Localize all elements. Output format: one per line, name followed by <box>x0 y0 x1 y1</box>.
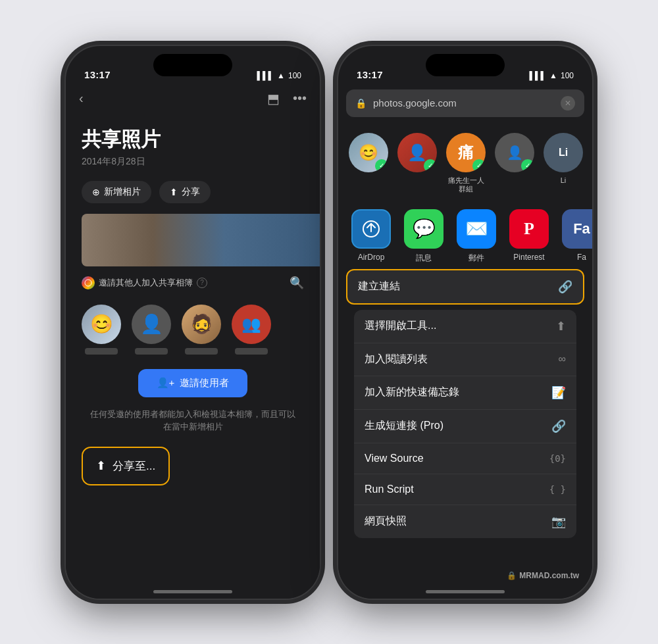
invite-text: 邀請其他人加入共享相簿 <box>99 277 193 289</box>
menu-item-run-script[interactable]: Run Script { } <box>354 474 576 505</box>
title-area: 共享照片 2014年8月28日 <box>66 113 320 170</box>
messages-icon[interactable]: 💬 <box>404 209 443 249</box>
snapshot-label: 網頁快照 <box>365 514 407 528</box>
invite-header: 邀請其他人加入共享相簿 ? 🔍 <box>82 276 304 290</box>
fa-item: Fa Fa <box>562 209 592 264</box>
more-icon[interactable]: ••• <box>293 91 307 107</box>
avatar-item-2: 👤 <box>132 305 171 355</box>
phone-2: 13:17 ▌▌▌ ▲ 100 🔒 photos.google.com ✕ 😊 … <box>337 45 594 600</box>
phone-1: 13:17 ▌▌▌ ▲ 100 ‹ ⬒ ••• 共享照片 2014年8月28日 … <box>64 45 321 600</box>
dynamic-island-2 <box>426 54 505 76</box>
pinterest-label: Pinterest <box>513 253 544 262</box>
contact-badge-3: ✓ <box>472 159 486 172</box>
short-link-label: 生成短連接 (Pro) <box>365 419 443 433</box>
avatar-4: 👥 <box>232 305 271 344</box>
messages-item: 💬 訊息 <box>404 209 443 264</box>
wifi-icon: ▲ <box>277 71 285 80</box>
avatar-3: 🧔 <box>182 305 221 344</box>
messages-label: 訊息 <box>416 253 432 264</box>
menu-item-short-link[interactable]: 生成短連接 (Pro) 🔗 <box>354 410 576 443</box>
reading-list-label: 加入閱讀列表 <box>365 353 428 366</box>
nav-bar-1: ‹ ⬒ ••• <box>66 84 320 113</box>
url-bar: 🔒 photos.google.com ✕ <box>346 89 584 117</box>
battery-icon-2: 100 <box>561 71 574 80</box>
run-script-label: Run Script <box>365 483 414 495</box>
menu-wrapper: 建立連結 🔗 選擇開啟工具... ⬆ 加入閱讀列表 ∞ 加入新的快速備忘錄 📝 <box>346 269 584 538</box>
contact-avatar-5[interactable]: Li <box>544 133 583 172</box>
add-photo-label: 新增相片 <box>104 186 141 198</box>
status-icons-1: ▌▌▌ ▲ 100 <box>257 71 301 80</box>
open-tool-icon: ⬆ <box>556 319 566 334</box>
reading-list-icon: ∞ <box>559 353 566 365</box>
avatar-item-1: 😊 <box>82 305 121 355</box>
share-button[interactable]: ⬆ 分享 <box>159 181 211 203</box>
invite-user-label: 邀請使用者 <box>180 377 229 389</box>
signal-icon-2: ▌▌▌ <box>530 71 547 80</box>
pinterest-icon[interactable]: P <box>509 209 549 249</box>
menu-item-quick-note[interactable]: 加入新的快速備忘錄 📝 <box>354 376 576 409</box>
contact-name-3: 痛先生一人群組 <box>446 176 486 193</box>
search-icon[interactable]: 🔍 <box>290 276 304 290</box>
add-photo-button[interactable]: ⊕ 新增相片 <box>82 181 151 203</box>
signal-icon: ▌▌▌ <box>257 71 274 80</box>
fa-label: Fa <box>577 253 586 262</box>
avatar-name-2 <box>135 348 168 355</box>
quick-note-label: 加入新的快速備忘錄 <box>365 385 459 399</box>
snapshot-icon: 📷 <box>551 514 566 529</box>
link-icon: 🔗 <box>558 280 572 294</box>
contact-item-4: 👤 ✓ <box>495 133 534 193</box>
contact-avatar-4[interactable]: 👤 ✓ <box>495 133 534 172</box>
contact-avatar-3[interactable]: 痛 ✓ <box>446 133 486 172</box>
avatars-row: 😊 👤 🧔 👥 <box>66 295 320 364</box>
share-bottom-label: 分享至... <box>113 458 155 474</box>
short-link-icon: 🔗 <box>551 419 566 433</box>
contact-avatar-2[interactable]: 👤 ✓ <box>397 133 437 172</box>
share-bottom-icon: ⬆ <box>96 458 106 473</box>
share-bottom-button[interactable]: ⬆ 分享至... <box>82 447 170 485</box>
menu-item-snapshot[interactable]: 網頁快照 📷 <box>354 505 576 538</box>
avatar-name-4 <box>235 348 268 355</box>
page-date: 2014年8月28日 <box>82 156 304 168</box>
status-time-2: 13:17 <box>357 69 383 80</box>
invite-section: 邀請其他人加入共享相簿 ? 🔍 <box>66 266 320 295</box>
menu-item-reading-list[interactable]: 加入閱讀列表 ∞ <box>354 343 576 376</box>
status-time-1: 13:17 <box>84 69 111 80</box>
view-source-icon: {0} <box>549 453 566 464</box>
nav-actions: ⬒ ••• <box>267 91 307 107</box>
avatar-1: 😊 <box>82 305 121 344</box>
google-photos-icon <box>82 276 95 289</box>
status-icons-2: ▌▌▌ ▲ 100 <box>530 71 574 80</box>
contacts-row: 😊 ✓ 👤 ✓ 痛 ✓ 痛先生一人群組 <box>338 122 592 199</box>
phone2-content: 🔒 photos.google.com ✕ 😊 ✓ 👤 ✓ <box>338 84 592 599</box>
menu-item-open-tool[interactable]: 選擇開啟工具... ⬆ <box>354 310 576 343</box>
view-source-label: View Source <box>365 453 424 464</box>
contact-badge-4: ✓ <box>521 159 534 172</box>
back-icon[interactable]: ‹ <box>79 91 84 106</box>
invite-user-icon: 👤+ <box>157 377 175 389</box>
airdrop-icon[interactable] <box>351 209 391 249</box>
fa-icon[interactable]: Fa <box>562 209 592 249</box>
contact-item-5: Li Li <box>544 133 583 193</box>
menu-item-create-link[interactable]: 建立連結 🔗 <box>346 269 584 305</box>
mail-icon[interactable]: ✉️ <box>457 209 496 249</box>
mail-item: ✉️ 郵件 <box>457 209 496 264</box>
dynamic-island-1 <box>153 54 232 76</box>
contact-avatar-1[interactable]: 😊 ✓ <box>349 133 388 172</box>
share-icon: ⬆ <box>170 187 178 197</box>
quick-note-icon: 📝 <box>551 385 566 400</box>
pinterest-item: P Pinterest <box>509 209 549 264</box>
description-text: 任何受邀的使用者都能加入和檢視這本相簿，而且可以在當中新增相片 <box>66 403 320 433</box>
open-tool-label: 選擇開啟工具... <box>365 319 436 333</box>
home-indicator-2 <box>426 590 505 593</box>
home-indicator-1 <box>153 590 232 593</box>
cast-icon[interactable]: ⬒ <box>267 91 280 107</box>
action-buttons: ⊕ 新增相片 ⬆ 分享 <box>66 170 320 214</box>
url-close-button[interactable]: ✕ <box>561 96 575 111</box>
watermark-text: MRMAD.com.tw <box>519 571 579 580</box>
svg-point-0 <box>85 280 91 286</box>
invite-user-button[interactable]: 👤+ 邀請使用者 <box>138 369 248 397</box>
airdrop-item: AirDrop <box>351 209 391 264</box>
menu-item-view-source[interactable]: View Source {0} <box>354 443 576 474</box>
contact-badge-1: ✓ <box>375 159 388 172</box>
contact-item-1: 😊 ✓ <box>349 133 388 193</box>
